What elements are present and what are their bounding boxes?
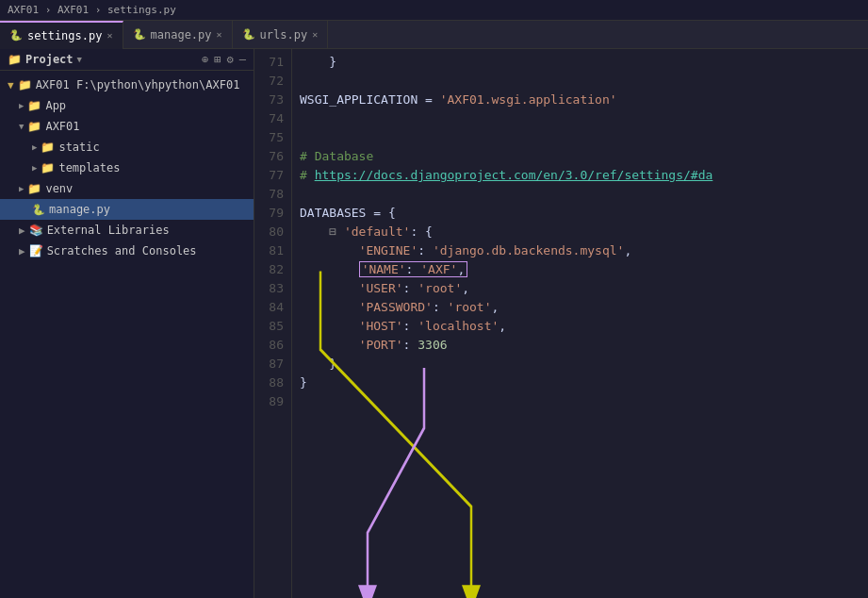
sidebar-tree-item-2[interactable]: ▼ 📁 AXF01: [0, 116, 254, 137]
code-line-79: DATABASES = {: [300, 204, 860, 223]
tab-urls[interactable]: 🐍 urls.py ✕: [233, 21, 329, 49]
line-number-89: 89: [254, 392, 284, 411]
code-line-82: 'NAME': 'AXF',: [300, 260, 860, 279]
tab-settings-label: settings.py: [27, 29, 102, 42]
code-line-87: }: [300, 355, 860, 374]
line-number-80: 80: [254, 223, 284, 241]
code-line-88: }: [300, 374, 860, 392]
sidebar-content: ▼ 📁 AXF01 F:\python\yhpython\AXF01▶ 📁 Ap…: [0, 71, 254, 598]
main-layout: 📁 Project ▼ ⊕ ⊞ ⚙ — ▼ 📁 AXF01 F:\python\…: [0, 49, 868, 598]
line-number-73: 73: [254, 91, 284, 109]
line-number-71: 71: [254, 53, 284, 72]
code-line-78: [300, 185, 860, 204]
tab-manage[interactable]: 🐍 manage.py ✕: [123, 21, 233, 49]
code-line-86: 'PORT': 3306: [300, 336, 860, 355]
tab-bar: 🐍 settings.py ✕ 🐍 manage.py ✕ 🐍 urls.py …: [0, 21, 868, 49]
sidebar-tree-item-6[interactable]: 🐍 manage.py: [0, 199, 254, 220]
sidebar-tree-item-5[interactable]: ▶ 📁 venv: [0, 178, 254, 199]
sidebar-toolbar: ⊕ ⊞ ⚙ —: [202, 53, 246, 66]
urls-py-icon: 🐍: [242, 28, 255, 41]
code-line-72: [300, 72, 860, 91]
sidebar-tree-item-8[interactable]: ▶ 📝 Scratches and Consoles: [0, 241, 254, 261]
code-editor: 71727374757677787980818283848586878889 }…: [254, 49, 868, 598]
breadcrumb: AXF01 › AXF01 › settings.py: [8, 4, 176, 16]
code-line-74: [300, 109, 860, 128]
code-line-77: # https://docs.djangoproject.com/en/3.0/…: [300, 166, 860, 185]
tab-manage-label: manage.py: [151, 28, 212, 42]
code-line-76: # Database: [300, 147, 860, 166]
line-number-86: 86: [254, 336, 284, 355]
project-arrow: ▼: [77, 55, 82, 64]
code-line-80: ⊟ 'default': {: [300, 223, 860, 241]
line-number-87: 87: [254, 355, 284, 374]
code-line-75: [300, 128, 860, 147]
code-line-85: 'HOST': 'localhost',: [300, 317, 860, 336]
top-bar: AXF01 › AXF01 › settings.py: [0, 0, 868, 21]
tab-manage-close[interactable]: ✕: [217, 29, 222, 40]
line-number-72: 72: [254, 72, 284, 91]
line-number-74: 74: [254, 109, 284, 128]
settings-py-icon: 🐍: [9, 29, 23, 42]
code-content[interactable]: } WSGI_APPLICATION = 'AXF01.wsgi.applica…: [292, 49, 868, 598]
layout-icon[interactable]: ⊞: [214, 53, 221, 66]
tab-settings-close[interactable]: ✕: [106, 30, 112, 41]
code-line-81: 'ENGINE': 'django.db.backends.mysql',: [300, 241, 860, 260]
folder-icon: 📁: [8, 53, 22, 66]
collapse-icon[interactable]: —: [239, 53, 246, 66]
line-number-84: 84: [254, 298, 284, 317]
line-number-85: 85: [254, 317, 284, 336]
code-line-83: 'USER': 'root',: [300, 279, 860, 298]
code-line-73: WSGI_APPLICATION = 'AXF01.wsgi.applicati…: [300, 91, 860, 109]
line-number-82: 82: [254, 260, 284, 279]
code-line-71: }: [300, 53, 860, 72]
line-numbers: 71727374757677787980818283848586878889: [254, 49, 292, 598]
sidebar-tree-item-1[interactable]: ▶ 📁 App: [0, 95, 254, 116]
sidebar-tree-item-3[interactable]: ▶ 📁 static: [0, 137, 254, 158]
editor-wrapper: 71727374757677787980818283848586878889 }…: [254, 49, 868, 598]
line-number-88: 88: [254, 374, 284, 392]
sidebar-title: 📁 Project ▼: [8, 53, 82, 66]
manage-py-icon: 🐍: [133, 28, 146, 41]
line-number-77: 77: [254, 166, 284, 185]
line-number-78: 78: [254, 185, 284, 204]
sidebar-header: 📁 Project ▼ ⊕ ⊞ ⚙ —: [0, 49, 254, 71]
tab-urls-close[interactable]: ✕: [312, 29, 318, 40]
sidebar-tree-item-7[interactable]: ▶ 📚 External Libraries: [0, 220, 254, 241]
tab-settings[interactable]: 🐍 settings.py ✕: [0, 21, 123, 49]
code-line-84: 'PASSWORD': 'root',: [300, 298, 860, 317]
line-number-79: 79: [254, 204, 284, 223]
code-lines[interactable]: 71727374757677787980818283848586878889 }…: [254, 49, 868, 598]
line-number-81: 81: [254, 241, 284, 260]
sidebar-tree-item-4[interactable]: ▶ 📁 templates: [0, 158, 254, 178]
line-number-76: 76: [254, 147, 284, 166]
settings-icon[interactable]: ⚙: [227, 53, 234, 66]
line-number-83: 83: [254, 279, 284, 298]
code-line-89: [300, 392, 860, 411]
tab-urls-label: urls.py: [260, 28, 308, 42]
sidebar: 📁 Project ▼ ⊕ ⊞ ⚙ — ▼ 📁 AXF01 F:\python\…: [0, 49, 254, 598]
sidebar-tree-item-0[interactable]: ▼ 📁 AXF01 F:\python\yhpython\AXF01: [0, 75, 254, 95]
line-number-75: 75: [254, 128, 284, 147]
add-icon[interactable]: ⊕: [202, 53, 208, 66]
